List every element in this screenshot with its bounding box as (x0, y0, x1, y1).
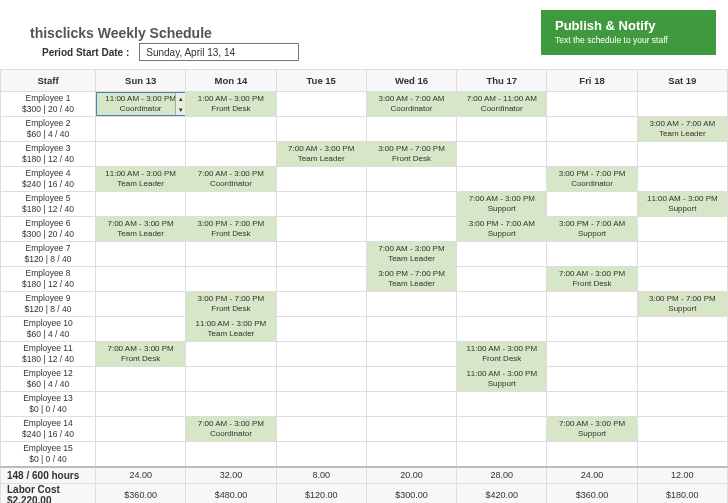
schedule-cell[interactable] (96, 117, 186, 142)
schedule-cell[interactable] (547, 192, 637, 217)
shift-block[interactable]: 7:00 AM - 3:00 PMSupport (457, 192, 546, 216)
schedule-cell[interactable] (366, 367, 456, 392)
shift-block[interactable]: 3:00 PM - 7:00 PMTeam Leader (367, 267, 456, 291)
schedule-cell[interactable]: 7:00 AM - 3:00 PMSupport (547, 417, 637, 442)
schedule-cell[interactable] (186, 342, 276, 367)
shift-block[interactable]: 3:00 PM - 7:00 PMCoordinator (547, 167, 636, 191)
schedule-cell[interactable]: 11:00 AM - 3:00 PMFront Desk (457, 342, 547, 367)
schedule-cell[interactable] (457, 317, 547, 342)
publish-button[interactable]: Publish & Notify Text the schedule to yo… (541, 10, 716, 55)
schedule-cell[interactable] (637, 392, 727, 417)
schedule-cell[interactable] (276, 392, 366, 417)
schedule-cell[interactable] (547, 367, 637, 392)
schedule-cell[interactable]: 7:00 AM - 11:00 AMCoordinator (457, 92, 547, 117)
schedule-cell[interactable]: 7:00 AM - 3:00 PMTeam Leader (276, 142, 366, 167)
schedule-cell[interactable] (96, 367, 186, 392)
shift-block[interactable]: 3:00 PM - 7:00 PMFront Desk (186, 217, 275, 241)
stepper-icon[interactable]: ▲▼ (175, 93, 185, 115)
shift-block[interactable]: 7:00 AM - 11:00 AMCoordinator (457, 92, 546, 116)
schedule-cell[interactable]: 11:00 AM - 3:00 PMSupport (637, 192, 727, 217)
schedule-cell[interactable] (366, 117, 456, 142)
schedule-cell[interactable]: 7:00 AM - 3:00 PMFront Desk (547, 267, 637, 292)
schedule-cell[interactable]: 7:00 AM - 3:00 PMTeam Leader (366, 242, 456, 267)
schedule-cell[interactable]: 7:00 AM - 3:00 PMCoordinator (186, 417, 276, 442)
schedule-cell[interactable] (96, 267, 186, 292)
schedule-cell[interactable] (96, 192, 186, 217)
schedule-cell[interactable] (186, 142, 276, 167)
shift-block[interactable]: 3:00 PM - 7:00 AMSupport (547, 217, 636, 241)
schedule-cell[interactable] (547, 342, 637, 367)
schedule-cell[interactable] (637, 417, 727, 442)
schedule-cell[interactable]: 7:00 AM - 3:00 PMTeam Leader (96, 217, 186, 242)
shift-block[interactable]: 11:00 AM - 3:00 PMTeam Leader (186, 317, 275, 341)
schedule-cell[interactable] (457, 267, 547, 292)
schedule-cell[interactable] (186, 367, 276, 392)
schedule-cell[interactable] (366, 392, 456, 417)
schedule-cell[interactable] (637, 142, 727, 167)
schedule-cell[interactable] (637, 367, 727, 392)
schedule-cell[interactable] (457, 292, 547, 317)
shift-block[interactable]: 7:00 AM - 3:00 PMTeam Leader (96, 217, 185, 241)
schedule-cell[interactable] (637, 267, 727, 292)
schedule-cell[interactable] (276, 167, 366, 192)
schedule-cell[interactable] (547, 92, 637, 117)
schedule-cell[interactable] (547, 392, 637, 417)
schedule-cell[interactable] (276, 442, 366, 468)
schedule-cell[interactable] (637, 242, 727, 267)
schedule-cell[interactable] (547, 242, 637, 267)
shift-block[interactable]: 3:00 AM - 7:00 AMCoordinator (367, 92, 456, 116)
schedule-cell[interactable] (276, 317, 366, 342)
schedule-cell[interactable] (457, 142, 547, 167)
shift-block[interactable]: 7:00 AM - 3:00 PMSupport (547, 417, 636, 441)
schedule-cell[interactable]: 11:00 AM - 3:00 PMTeam Leader (96, 167, 186, 192)
schedule-cell[interactable] (366, 442, 456, 468)
schedule-cell[interactable]: 7:00 AM - 3:00 PMCoordinator (186, 167, 276, 192)
schedule-cell[interactable] (457, 442, 547, 468)
schedule-cell[interactable] (276, 242, 366, 267)
schedule-cell[interactable] (547, 117, 637, 142)
shift-block[interactable]: 7:00 AM - 3:00 PMTeam Leader (367, 242, 456, 266)
schedule-cell[interactable] (366, 317, 456, 342)
schedule-cell[interactable] (547, 292, 637, 317)
schedule-cell[interactable] (96, 292, 186, 317)
shift-block[interactable]: 11:00 AM - 3:00 PMSupport (638, 192, 727, 216)
schedule-cell[interactable] (276, 292, 366, 317)
shift-block[interactable]: 7:00 AM - 3:00 PMTeam Leader (277, 142, 366, 166)
schedule-cell[interactable] (276, 367, 366, 392)
schedule-cell[interactable]: 3:00 PM - 7:00 PMCoordinator (547, 167, 637, 192)
schedule-cell[interactable]: 3:00 PM - 7:00 PMSupport (637, 292, 727, 317)
schedule-cell[interactable] (366, 417, 456, 442)
schedule-cell[interactable] (457, 392, 547, 417)
schedule-cell[interactable]: 7:00 AM - 3:00 PMFront Desk (96, 342, 186, 367)
schedule-cell[interactable] (637, 92, 727, 117)
shift-block[interactable]: 3:00 PM - 7:00 PMFront Desk (367, 142, 456, 166)
schedule-cell[interactable] (547, 142, 637, 167)
shift-block[interactable]: 11:00 AM - 3:00 PMCoordinator▲▼ (96, 92, 185, 116)
schedule-cell[interactable] (96, 392, 186, 417)
schedule-cell[interactable]: 3:00 PM - 7:00 PMFront Desk (366, 142, 456, 167)
schedule-cell[interactable] (186, 117, 276, 142)
shift-block[interactable]: 7:00 AM - 3:00 PMCoordinator (186, 417, 275, 441)
shift-block[interactable]: 7:00 AM - 3:00 PMCoordinator (186, 167, 275, 191)
schedule-cell[interactable] (547, 317, 637, 342)
schedule-cell[interactable] (96, 142, 186, 167)
schedule-cell[interactable] (96, 417, 186, 442)
shift-block[interactable]: 7:00 AM - 3:00 PMFront Desk (547, 267, 636, 291)
schedule-cell[interactable] (366, 167, 456, 192)
shift-block[interactable]: 11:00 AM - 3:00 PMSupport (457, 367, 546, 391)
schedule-cell[interactable] (637, 342, 727, 367)
schedule-cell[interactable]: 3:00 AM - 7:00 AMCoordinator (366, 92, 456, 117)
schedule-cell[interactable] (96, 317, 186, 342)
schedule-cell[interactable]: 3:00 PM - 7:00 AMSupport (547, 217, 637, 242)
schedule-cell[interactable] (276, 417, 366, 442)
schedule-cell[interactable] (276, 217, 366, 242)
schedule-cell[interactable] (96, 442, 186, 468)
shift-block[interactable]: 11:00 AM - 3:00 PMFront Desk (457, 342, 546, 366)
schedule-cell[interactable] (637, 442, 727, 468)
schedule-cell[interactable]: 7:00 AM - 3:00 PMSupport (457, 192, 547, 217)
schedule-cell[interactable] (276, 117, 366, 142)
schedule-cell[interactable] (637, 217, 727, 242)
schedule-cell[interactable] (366, 292, 456, 317)
schedule-cell[interactable] (457, 167, 547, 192)
shift-block[interactable]: 3:00 AM - 7:00 AMTeam Leader (638, 117, 727, 141)
